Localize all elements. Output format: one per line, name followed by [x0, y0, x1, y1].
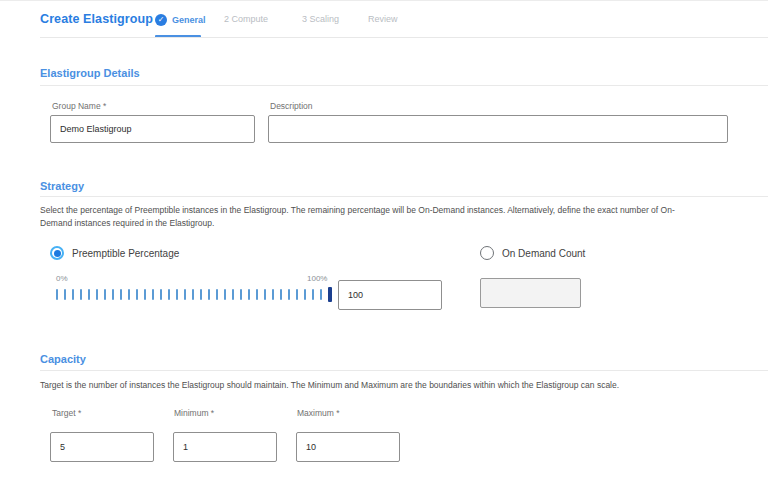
maximum-input[interactable]: [296, 432, 400, 462]
maximum-label: Maximum *: [297, 408, 340, 418]
details-section-title: Elastigroup Details: [40, 67, 140, 79]
page-title: Create Elastigroup: [40, 12, 153, 26]
tab-review[interactable]: Review: [368, 14, 398, 24]
minimum-label: Minimum *: [174, 408, 214, 418]
create-elastigroup-page: Create Elastigroup ✓ General 2 Compute 3…: [0, 0, 768, 503]
slider-max-label: 100%: [307, 274, 327, 283]
strategy-divider: [40, 196, 768, 197]
header-divider: [40, 37, 768, 38]
check-circle-icon: ✓: [155, 14, 167, 26]
group-name-label: Group Name *: [52, 101, 106, 111]
description-label: Description: [270, 101, 313, 111]
tab-general-label: General: [172, 15, 206, 25]
preemptible-percentage-label: Preemptible Percentage: [72, 248, 179, 259]
preemptible-percentage-radio[interactable]: Preemptible Percentage: [50, 246, 179, 260]
capacity-divider: [40, 370, 768, 371]
details-divider: [40, 85, 768, 86]
percentage-slider[interactable]: [56, 286, 332, 303]
capacity-section-title: Capacity: [40, 353, 86, 365]
slider-min-label: 0%: [56, 274, 68, 283]
target-input[interactable]: [50, 432, 154, 462]
slider-handle[interactable]: [328, 287, 332, 302]
on-demand-count-radio[interactable]: On Demand Count: [480, 246, 585, 260]
radio-selected-icon: [50, 246, 64, 260]
percentage-input[interactable]: [338, 280, 442, 310]
tab-scaling[interactable]: 3 Scaling: [302, 14, 339, 24]
tab-compute-label: 2 Compute: [224, 14, 268, 24]
strategy-description: Select the percentage of Preemptible ins…: [40, 204, 688, 230]
capacity-description: Target is the number of instances the El…: [40, 379, 740, 392]
tab-general[interactable]: ✓ General: [155, 14, 206, 26]
radio-unselected-icon: [480, 246, 494, 260]
target-label: Target *: [52, 408, 81, 418]
group-name-input[interactable]: [50, 115, 255, 143]
description-input[interactable]: [268, 115, 728, 143]
tab-review-label: Review: [368, 14, 398, 24]
strategy-section-title: Strategy: [40, 180, 84, 192]
minimum-input[interactable]: [173, 432, 277, 462]
on-demand-count-label: On Demand Count: [502, 248, 585, 259]
tab-compute[interactable]: 2 Compute: [224, 14, 268, 24]
on-demand-count-input: [480, 278, 581, 308]
tab-scaling-label: 3 Scaling: [302, 14, 339, 24]
